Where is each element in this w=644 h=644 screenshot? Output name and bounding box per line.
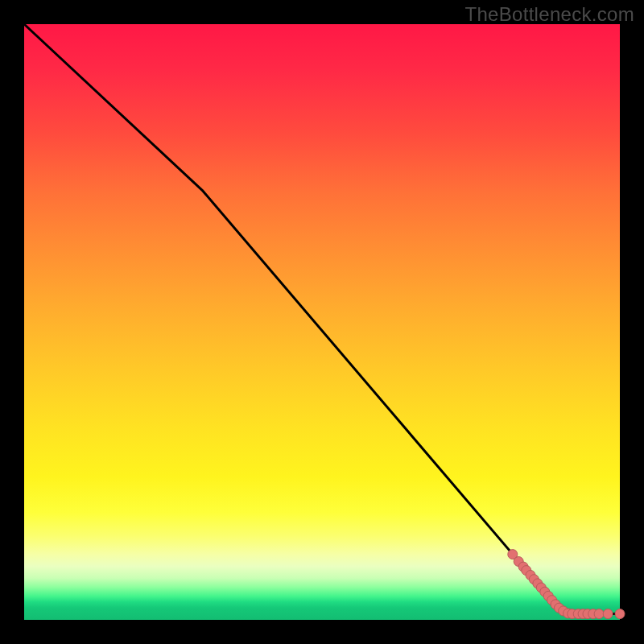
watermark-label: TheBottleneck.com (464, 3, 634, 26)
chart-overlay (24, 24, 620, 620)
data-marker (603, 609, 613, 619)
chart-stage: TheBottleneck.com (0, 0, 644, 644)
curve-line (24, 24, 620, 614)
data-markers (508, 550, 625, 619)
data-marker (615, 609, 625, 619)
data-marker (594, 609, 604, 619)
